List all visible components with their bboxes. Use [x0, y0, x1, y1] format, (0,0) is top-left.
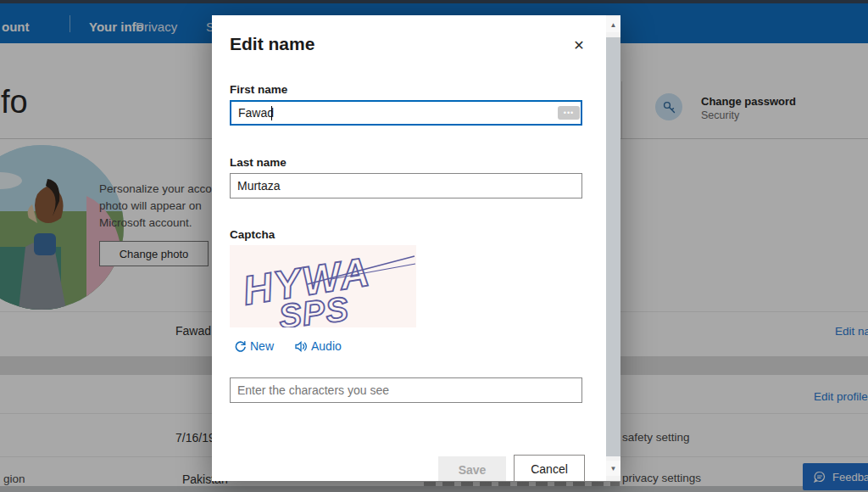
- first-name-input[interactable]: [230, 100, 582, 126]
- captcha-new-link[interactable]: New: [234, 339, 274, 353]
- close-icon[interactable]: ✕: [570, 36, 588, 54]
- captcha-audio-link[interactable]: Audio: [294, 339, 342, 353]
- scrollbar-down-arrow-icon[interactable]: ▼: [606, 461, 620, 476]
- last-name-label: Last name: [230, 156, 287, 169]
- refresh-icon: [234, 340, 247, 353]
- speaker-icon: [294, 340, 308, 353]
- captcha-audio-label: Audio: [311, 339, 342, 353]
- cancel-button[interactable]: Cancel: [514, 455, 585, 481]
- last-name-input[interactable]: [230, 173, 582, 198]
- scrollbar-up-arrow-icon[interactable]: ▲: [606, 17, 620, 32]
- first-name-label: First name: [230, 83, 287, 96]
- modal-scrollbar[interactable]: ▲ ▼: [606, 15, 620, 481]
- dialog-title: Edit name: [230, 34, 314, 54]
- scrollbar-thumb[interactable]: [606, 37, 620, 456]
- captcha-input[interactable]: [230, 377, 582, 403]
- screen: ount Your info Privacy Se fo Change pass…: [0, 0, 868, 492]
- captcha-image: HYWA SPS: [230, 245, 416, 327]
- text-caret: [271, 106, 272, 120]
- captcha-label: Captcha: [230, 228, 275, 241]
- save-button[interactable]: Save: [438, 456, 506, 481]
- captcha-new-label: New: [250, 339, 274, 353]
- edit-name-dialog: Edit name ✕ First name ••• Last name Cap…: [212, 15, 620, 481]
- text-suggestion-icon[interactable]: •••: [558, 106, 580, 120]
